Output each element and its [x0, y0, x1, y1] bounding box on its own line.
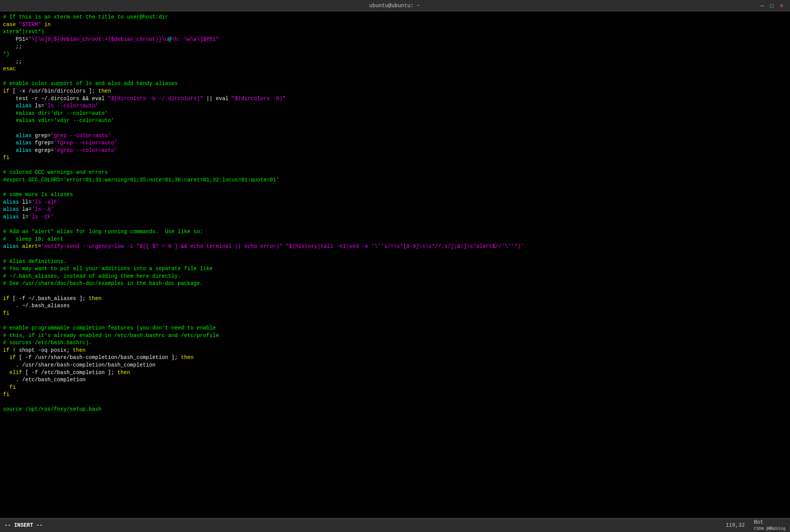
code-line-4: PS1="\[\e]0;${debian_chroot:+($debian_ch…: [3, 36, 787, 43]
code-line-8: esac: [3, 65, 787, 73]
code-line-47: if [ -f /usr/share/bash-completion/bash_…: [3, 354, 787, 362]
code-line-5: ;;: [3, 43, 787, 51]
code-line-49: elif [ -f /etc/bash_completion ]; then: [3, 369, 787, 377]
code-line-18: alias fgrep='fgrep --color=auto': [3, 139, 787, 147]
status-bar: -- INSERT -- 119,32 Bot CSDN @枫&blog: [0, 518, 790, 532]
code-line-19: alias egrep='egrep --color=auto': [3, 147, 787, 155]
maximize-button[interactable]: □: [769, 3, 775, 9]
close-button[interactable]: ✕: [778, 3, 785, 9]
code-line-12: test -r ~/.dircolors && eval "$(dircolor…: [3, 95, 787, 103]
code-line-3: xterm*|rxvt*): [3, 28, 787, 36]
code-line-24: [3, 184, 787, 192]
code-line-25: # some more ls aliases: [3, 191, 787, 199]
code-line-14: #alias dir='dir --color=auto': [3, 110, 787, 118]
status-bot: Bot CSDN @枫&blog: [754, 519, 785, 531]
code-line-48: . /usr/share/bash-completion/bash_comple…: [3, 362, 787, 369]
code-line-1: # If this is an xterm set the title to u…: [3, 14, 787, 21]
code-line-22: # colored GCC warnings and errors: [3, 169, 787, 176]
status-mode: -- INSERT --: [5, 522, 43, 528]
code-line-13: alias ls='ls --color=auto': [3, 102, 787, 110]
code-line-31: # sleep 10; alert: [3, 236, 787, 243]
code-line-52: fi: [3, 391, 787, 399]
code-line-45: # sources /etc/bash.bashrc).: [3, 339, 787, 347]
code-line-27: alias la='ls -A': [3, 206, 787, 213]
code-line-54: source /opt/ros/foxy/setup.bash​: [3, 406, 787, 413]
title-bar-title: ubuntu@ubuntu: ~: [30, 3, 759, 9]
code-line-43: # enable programmable completion feature…: [3, 325, 787, 332]
code-line-34: # Alias definitions.: [3, 258, 787, 266]
title-bar: ubuntu@ubuntu: ~ ─ □ ✕: [0, 0, 790, 11]
status-position: 119,32: [726, 522, 745, 528]
code-line-23: #export GCC_COLORS='error=01;31:warning=…: [3, 176, 787, 184]
terminal-content: # If this is an xterm set the title to u…: [0, 11, 790, 518]
code-line-7: ;;: [3, 58, 787, 66]
terminal-window: ubuntu@ubuntu: ~ ─ □ ✕ # If this is an x…: [0, 0, 790, 532]
code-line-35: # You may want to put all your additions…: [3, 265, 787, 273]
status-right: 119,32 Bot CSDN @枫&blog: [726, 519, 785, 531]
code-line-38: [3, 288, 787, 295]
code-line-11: if [ -x /usr/bin/dircolors ]; then: [3, 88, 787, 95]
code-line-33: [3, 251, 787, 258]
code-line-36: # ~/.bash_aliases, instead of adding the…: [3, 273, 787, 280]
code-line-16: [3, 125, 787, 132]
code-line-29: [3, 221, 787, 229]
code-line-26: alias ll='ls -alF': [3, 199, 787, 206]
code-line-15: #alias vdir='vdir --color=auto': [3, 117, 787, 125]
code-line-30: # Add an "alert" alias for long running …: [3, 228, 787, 236]
code-line-28: alias l='ls -CF': [3, 213, 787, 221]
code-line-17: alias grep='grep --color=auto': [3, 132, 787, 140]
code-line-32: alias alert='notify-send --urgency=low -…: [3, 243, 787, 251]
code-line-44: # this, if it's already enabled in /etc/…: [3, 332, 787, 340]
code-line-20: fi: [3, 154, 787, 162]
code-line-9: [3, 73, 787, 80]
code-line-46: if ! shopt -oq posix; then: [3, 347, 787, 354]
code-line-53: [3, 399, 787, 406]
minimize-button[interactable]: ─: [759, 3, 766, 9]
code-line-40: . ~/.bash_aliases: [3, 302, 787, 310]
code-line-37: # See /usr/share/doc/bash-doc/examples i…: [3, 280, 787, 288]
code-line-39: if [ -f ~/.bash_aliases ]; then: [3, 295, 787, 303]
code-line-2: case "$TERM" in: [3, 21, 787, 29]
code-line-41: fi: [3, 310, 787, 317]
code-line-51: fi: [3, 384, 787, 391]
code-line-10: # enable color support of ls and also ad…: [3, 80, 787, 88]
code-line-21: [3, 162, 787, 169]
title-bar-controls: ─ □ ✕: [759, 3, 790, 9]
code-line-42: [3, 317, 787, 325]
code-line-50: . /etc/bash_completion: [3, 376, 787, 384]
code-line-6: *): [3, 51, 787, 58]
